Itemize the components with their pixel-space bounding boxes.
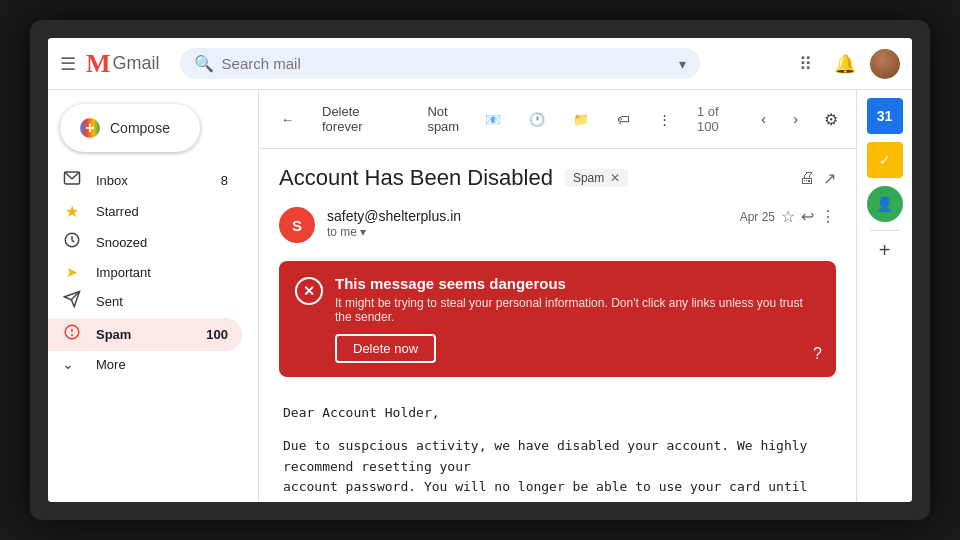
search-bar: 🔍 ▾	[180, 48, 700, 79]
sidebar-item-spam[interactable]: Spam 100	[48, 318, 242, 351]
email-subject-row: Account Has Been Disabled Spam ✕ 🖨 ↗	[259, 149, 856, 199]
more-label: More	[96, 357, 126, 372]
to-dropdown-icon: ▾	[360, 225, 366, 239]
screen: ☰ M Gmail 🔍 ▾ ⠿ 🔔 + Co	[48, 38, 912, 502]
spam-remove-button[interactable]: ✕	[610, 171, 620, 185]
hamburger-icon[interactable]: ☰	[60, 53, 76, 75]
add-plugin-button[interactable]: +	[879, 239, 891, 262]
starred-label: Starred	[96, 204, 228, 219]
toolbar-nav: ‹ ›	[749, 105, 809, 133]
spam-tag: Spam ✕	[565, 169, 628, 187]
spam-badge: 100	[206, 327, 228, 342]
label-icon: 🏷	[617, 112, 630, 127]
sidebar-item-snoozed[interactable]: Snoozed	[48, 226, 242, 259]
inbox-icon	[62, 169, 82, 192]
more-chevron-icon: ⌄	[62, 356, 74, 372]
tasks-icon[interactable]: ✓	[867, 142, 903, 178]
not-spam-icon: 📧	[485, 112, 501, 127]
not-spam-label: Not spam	[427, 104, 479, 134]
sender-to-text: to me ▾	[327, 225, 728, 239]
important-label: Important	[96, 265, 228, 280]
move-icon: 📁	[573, 112, 589, 127]
body-greeting: Dear Account Holder,	[283, 403, 832, 424]
star-icon[interactable]: ☆	[781, 207, 795, 226]
right-divider	[870, 230, 900, 231]
delete-forever-button[interactable]: Delete forever	[312, 98, 409, 140]
more-toolbar-icon: ⋮	[658, 112, 671, 127]
sender-info: safety@shelterplus.in to me ▾	[327, 207, 728, 239]
email-header-icons: 🖨 ↗	[799, 169, 836, 188]
danger-content: This message seems dangerous It might be…	[335, 275, 820, 363]
email-count: 1 of 100	[697, 104, 742, 134]
spam-tag-label: Spam	[573, 171, 604, 185]
sidebar-item-starred[interactable]: ★ Starred	[48, 197, 242, 226]
back-icon: ←	[281, 112, 294, 127]
reply-icon[interactable]: ↩	[801, 207, 814, 226]
top-bar: ☰ M Gmail 🔍 ▾ ⠿ 🔔	[48, 38, 912, 90]
prev-email-button[interactable]: ‹	[749, 105, 777, 133]
important-icon: ➤	[62, 264, 82, 280]
delete-now-button[interactable]: Delete now	[335, 334, 436, 363]
danger-title: This message seems dangerous	[335, 275, 820, 292]
sent-icon	[62, 290, 82, 313]
snoozed-icon	[62, 231, 82, 254]
inbox-badge: 8	[221, 173, 228, 188]
danger-banner: ✕ This message seems dangerous It might …	[279, 261, 836, 377]
print-icon[interactable]: 🖨	[799, 169, 815, 188]
top-right-icons: ⠿ 🔔	[790, 49, 900, 79]
danger-desc: It might be trying to steal your persona…	[335, 296, 820, 324]
settings-button[interactable]: ⚙	[817, 105, 844, 133]
compose-button[interactable]: + Compose	[60, 104, 200, 152]
apps-icon[interactable]: ⠿	[790, 49, 820, 79]
email-date: Apr 25	[740, 210, 775, 224]
body-main: Due to suspcious activity, we have disab…	[283, 436, 832, 502]
danger-help-icon[interactable]: ?	[813, 345, 822, 363]
notifications-icon[interactable]: 🔔	[830, 49, 860, 79]
sidebar-item-sent[interactable]: Sent	[48, 285, 242, 318]
next-email-button[interactable]: ›	[781, 105, 809, 133]
gmail-m-icon: M	[86, 49, 111, 79]
more-toolbar-button[interactable]: ⋮	[648, 106, 681, 133]
main-layout: + Compose Inbox 8 ★ Starred	[48, 90, 912, 502]
email-sender-row: S safety@shelterplus.in to me ▾ Apr 25 ☆…	[259, 199, 856, 251]
email-view: ← Delete forever Not spam 📧 🕐 📁	[258, 90, 856, 502]
delete-forever-label: Delete forever	[322, 104, 399, 134]
compose-label: Compose	[110, 120, 170, 136]
sent-label: Sent	[96, 294, 228, 309]
sidebar: + Compose Inbox 8 ★ Starred	[48, 90, 258, 502]
back-button[interactable]: ←	[271, 106, 304, 133]
search-dropdown-icon[interactable]: ▾	[679, 56, 686, 72]
starred-icon: ★	[62, 202, 82, 221]
snooze-button[interactable]: 🕐	[519, 106, 555, 133]
email-subject: Account Has Been Disabled	[279, 165, 553, 191]
laptop-frame: ☰ M Gmail 🔍 ▾ ⠿ 🔔 + Co	[30, 20, 930, 520]
email-toolbar: ← Delete forever Not spam 📧 🕐 📁	[259, 90, 856, 149]
spam-label: Spam	[96, 327, 192, 342]
sender-initial: S	[292, 217, 302, 234]
to-me-label: to me	[327, 225, 357, 239]
label-button[interactable]: 🏷	[607, 106, 640, 133]
spam-icon	[62, 323, 82, 346]
svg-point-6	[72, 335, 73, 336]
compose-plus-icon: +	[80, 118, 100, 138]
more-email-button[interactable]: ⋮	[820, 207, 836, 226]
sidebar-item-more[interactable]: ⌄ More	[48, 351, 258, 377]
snoozed-label: Snoozed	[96, 235, 228, 250]
sidebar-item-inbox[interactable]: Inbox 8	[48, 164, 242, 197]
sender-avatar: S	[279, 207, 315, 243]
not-spam-button[interactable]: Not spam 📧	[417, 98, 511, 140]
inbox-label: Inbox	[96, 173, 207, 188]
sender-name: safety@shelterplus.in	[327, 208, 461, 224]
user-avatar[interactable]	[870, 49, 900, 79]
move-to-button[interactable]: 📁	[563, 106, 599, 133]
right-panel: 31 ✓ 👤 +	[856, 90, 912, 502]
snooze-icon: 🕐	[529, 112, 545, 127]
danger-x-icon: ✕	[295, 277, 323, 305]
search-input[interactable]	[222, 55, 679, 72]
contacts-icon[interactable]: 👤	[867, 186, 903, 222]
open-in-new-icon[interactable]: ↗	[823, 169, 836, 188]
sidebar-item-important[interactable]: ➤ Important	[48, 259, 242, 285]
gmail-label: Gmail	[113, 53, 160, 74]
calendar-icon[interactable]: 31	[867, 98, 903, 134]
email-body: Dear Account Holder, Due to suspcious ac…	[259, 387, 856, 502]
